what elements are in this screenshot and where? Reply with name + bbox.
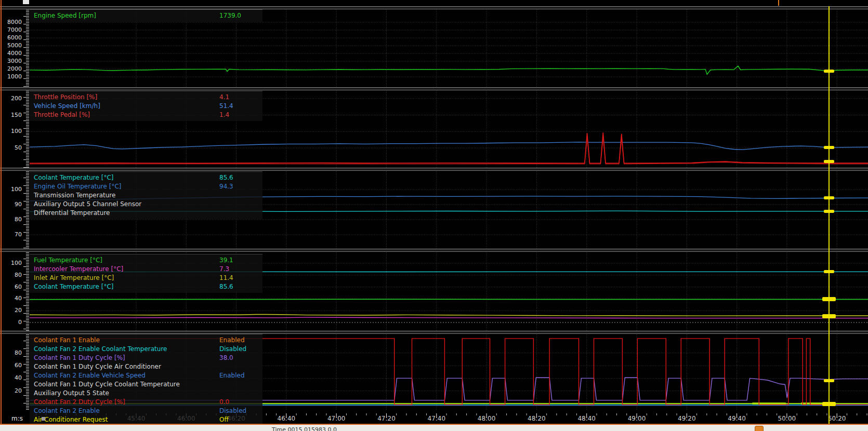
cursor-value-marker <box>824 160 834 163</box>
legend-channel-row[interactable]: Coolant Fan 2 EnableDisabled <box>30 407 262 415</box>
legend-channel-row[interactable]: Coolant Temperature [°C]85.6 <box>30 282 262 291</box>
channel-name: Engine Oil Temperature [°C] <box>34 182 121 191</box>
channel-name: Coolant Temperature [°C] <box>34 173 113 182</box>
time-axis-label: 49:40 <box>728 415 746 422</box>
channel-name: Auxiliary Output 5 Channel Sensor <box>34 200 141 209</box>
y-axis-tick-label: 7000 <box>0 26 22 33</box>
cursor-value-marker <box>822 402 836 406</box>
cursor-value-marker <box>824 196 834 199</box>
legend-channel-row[interactable]: Coolant Fan 2 Duty Cycle [%]0.0 <box>30 398 262 407</box>
temperatures-legend: Coolant Temperature [°C]85.6Engine Oil T… <box>30 171 262 219</box>
legend-channel-row[interactable]: Coolant Fan 1 Duty Cycle Coolant Tempera… <box>30 380 262 389</box>
channel-value: Disabled <box>219 407 246 415</box>
channel-value: 1739.0 <box>219 11 241 20</box>
legend-channel-row[interactable]: Auxiliary Output 5 State <box>30 389 262 398</box>
channel-name: Coolant Fan 2 Enable <box>34 407 100 415</box>
channel-name: Engine Speed [rpm] <box>34 11 96 20</box>
legend-channel-row[interactable]: Coolant Temperature [°C]85.6 <box>30 173 262 182</box>
legend-channel-row[interactable]: Auxiliary Output 5 Channel Sensor <box>30 200 262 209</box>
legend-channel-row[interactable]: Transmission Temperature <box>30 191 262 200</box>
time-cursor[interactable] <box>828 6 830 425</box>
channel-name: Auxiliary Output 5 State <box>34 389 109 398</box>
trace-engine-speed <box>30 66 868 74</box>
engine-speed-legend: Engine Speed [rpm]1739.0 <box>30 9 262 22</box>
legend-channel-row[interactable]: Vehicle Speed [km/h]51.4 <box>30 102 262 111</box>
legend-channel-row[interactable]: Fuel Temperature [°C]39.1 <box>30 256 262 265</box>
channel-name: Coolant Fan 2 Enable Coolant Temperature <box>34 345 167 354</box>
time-axis-label: 48:40 <box>577 415 596 422</box>
channel-name: Coolant Fan 1 Duty Cycle Coolant Tempera… <box>34 380 180 389</box>
channel-name: Coolant Fan 1 Duty Cycle [%] <box>34 354 125 362</box>
y-axis-tick-label: 80 <box>0 216 22 223</box>
channel-value: 7.3 <box>219 265 229 274</box>
legend-channel-row[interactable]: Inlet Air Temperature [°C]11.4 <box>30 274 262 282</box>
legend-channel-row[interactable]: Engine Oil Temperature [°C]94.3 <box>30 182 262 191</box>
y-axis-tick-label: 100 <box>0 128 22 134</box>
app-icon <box>755 426 764 431</box>
y-axis-tick-label: 20 <box>0 307 22 314</box>
overview-marker <box>778 0 779 6</box>
y-axis-tick-label: 60 <box>0 284 22 290</box>
panel-separator[interactable] <box>0 249 868 252</box>
y-ruler-major-ticks <box>23 333 29 410</box>
channel-value: 85.6 <box>219 173 233 182</box>
time-axis-label: 49:00 <box>628 415 646 422</box>
y-axis-tick-label: 90 <box>0 201 22 208</box>
legend-channel-row[interactable]: Engine Speed [rpm]1739.0 <box>30 11 262 20</box>
time-axis-label: 50:00 <box>778 415 796 422</box>
dock-border-left <box>1 0 2 425</box>
legend-channel-row[interactable]: Throttle Pedal [%]1.4 <box>30 111 262 119</box>
channel-value: Enabled <box>219 371 245 380</box>
channel-value: 0.0 <box>219 398 229 407</box>
time-axis-label: 47:00 <box>327 415 346 422</box>
y-axis-tick-label: 3000 <box>0 58 22 64</box>
cursor-value-marker <box>822 314 836 318</box>
time-axis-label: 49:20 <box>678 415 696 422</box>
channel-value: Disabled <box>219 345 246 354</box>
cursor-value-marker <box>824 210 834 213</box>
legend-channel-row[interactable]: Air Conditioner RequestOff <box>30 415 262 424</box>
channel-value: 1.4 <box>219 111 229 119</box>
y-ruler-major-ticks <box>23 8 29 87</box>
channel-name: Throttle Position [%] <box>34 93 97 102</box>
logger-graph-window: 1000200030004000500060007000800050100150… <box>0 0 868 431</box>
panel-separator[interactable] <box>0 168 868 171</box>
legend-channel-row[interactable]: Throttle Position [%]4.1 <box>30 93 262 102</box>
channel-value: 38.0 <box>219 354 233 362</box>
legend-drag-chip[interactable] <box>42 417 45 421</box>
cursor-value-marker <box>822 297 836 301</box>
time-axis-label: 47:40 <box>428 415 446 422</box>
channel-name: Coolant Temperature [°C] <box>34 282 113 291</box>
cursor-value-marker <box>824 146 834 149</box>
legend-channel-row[interactable]: Intercooler Temperature [°C]7.3 <box>30 265 262 274</box>
trace-vehicle-speed <box>30 142 868 150</box>
legend-channel-row[interactable]: Coolant Fan 2 Enable Vehicle SpeedEnable… <box>30 371 262 380</box>
trace-inlet-air-temperature <box>30 315 868 316</box>
panel-separator[interactable] <box>0 87 868 90</box>
status-text: Time 0015 015983 0.0 <box>272 426 337 431</box>
legend-channel-row[interactable]: Coolant Fan 1 Duty Cycle [%]38.0 <box>30 354 262 362</box>
coolant-fans-legend: Coolant Fan 1 EnableEnabledCoolant Fan 2… <box>30 334 262 426</box>
y-axis-tick-label: 80 <box>0 349 22 356</box>
y-axis-tick-label: 1000 <box>0 73 22 80</box>
channel-name: Differential Temperature <box>34 209 110 218</box>
channel-name: Coolant Fan 2 Enable Vehicle Speed <box>34 371 146 380</box>
legend-channel-row[interactable]: Coolant Fan 1 EnableEnabled <box>30 336 262 345</box>
time-axis-unit: m:s <box>11 415 23 422</box>
cursor-value-marker <box>824 270 834 273</box>
y-axis-tick-label: 5000 <box>0 42 22 49</box>
channel-value: Enabled <box>219 336 245 345</box>
legend-channel-row[interactable]: Coolant Fan 2 Enable Coolant Temperature… <box>30 345 262 354</box>
time-axis-label: 47:20 <box>377 415 396 422</box>
scrollbar-thumb[interactable] <box>23 0 29 4</box>
channel-value: 51.4 <box>219 102 233 111</box>
y-axis-tick-label: 40 <box>0 374 22 381</box>
channel-value: 11.4 <box>219 274 233 282</box>
y-axis-tick-label: 100 <box>0 260 22 266</box>
legend-channel-row[interactable]: Differential Temperature <box>30 209 262 218</box>
cursor-value-marker <box>824 70 834 73</box>
y-axis-tick-label: 70 <box>0 231 22 238</box>
legend-channel-row[interactable]: Coolant Fan 1 Duty Cycle Air Conditioner <box>30 362 262 371</box>
channel-name: Fuel Temperature [°C] <box>34 256 102 265</box>
channel-value: 4.1 <box>219 93 229 102</box>
